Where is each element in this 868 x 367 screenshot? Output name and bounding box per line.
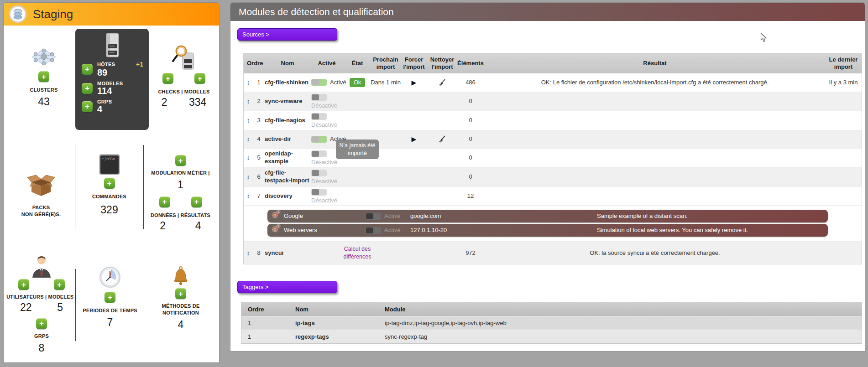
- source-name: cfg-file-nagios: [265, 117, 310, 124]
- add-timeperiod-button[interactable]: [105, 292, 115, 303]
- source-name: cfg-file-shinken: [265, 79, 310, 87]
- tile-notifways: MÉTHODES DE NOTIFICATION 4: [146, 266, 215, 331]
- elements-count: 0: [456, 173, 485, 181]
- screen: Staging CLUSTERS 43: [0, 0, 868, 367]
- elements-count: 0: [456, 98, 485, 105]
- rule-description: Simulation of local web servers. You can…: [597, 227, 748, 233]
- col-nom: Nom: [265, 59, 310, 68]
- toggle-state-label: Désactivé: [311, 197, 337, 205]
- toggle-state-label: Désactivé: [311, 159, 337, 166]
- checks-search-icon: [172, 45, 196, 71]
- donnees-label: DONNÉES | RÉSULTATS: [151, 212, 210, 219]
- rule-toggle[interactable]: [366, 227, 381, 234]
- hosts-row: HÔTES +1 89: [82, 61, 143, 78]
- divider: [75, 145, 75, 229]
- user-groups-label: GRPS: [34, 333, 49, 340]
- page-title: Staging: [33, 7, 73, 21]
- add-host-group-button[interactable]: [82, 101, 93, 112]
- terminal-icon: >_hello: [99, 154, 120, 175]
- next-import: Dans 1 min: [371, 79, 400, 87]
- drag-handle-icon[interactable]: [247, 97, 250, 106]
- timeperiods-label: PÉRIODES DE TEMPS: [83, 307, 137, 314]
- add-command-button[interactable]: [104, 178, 115, 189]
- drag-handle-icon[interactable]: [247, 154, 250, 162]
- enabled-toggle[interactable]: [311, 150, 327, 157]
- mouse-cursor: [760, 33, 767, 42]
- modules-header: Modules de détection et qualification: [230, 3, 865, 21]
- col-nom: Nom: [295, 306, 385, 313]
- tagger-order: 1: [241, 320, 295, 326]
- add-check-button[interactable]: [162, 73, 173, 84]
- add-cluster-button[interactable]: [38, 71, 49, 82]
- taggers-button[interactable]: Taggers >: [237, 281, 337, 293]
- add-user-model-button[interactable]: [54, 279, 65, 290]
- host-groups-row: GRPS 4: [82, 99, 143, 114]
- enabled-toggle[interactable]: [311, 94, 327, 101]
- notifways-label-line1: MÉTHODES DE: [162, 303, 200, 310]
- taggers-table-header: Ordre Nom Module: [241, 302, 862, 316]
- force-import-icon[interactable]: [412, 78, 417, 87]
- source-name: cfg-file-testpack-import: [265, 169, 310, 185]
- gears-icon: [272, 211, 278, 219]
- toggle-state-label: Désactivé: [311, 121, 337, 129]
- notifways-label-line2: NOTIFICATION: [162, 310, 199, 316]
- force-import-icon[interactable]: [412, 135, 417, 144]
- resultats-count: 4: [195, 220, 201, 232]
- enabled-toggle[interactable]: [311, 79, 327, 86]
- enabled-toggle[interactable]: [311, 170, 327, 176]
- commands-count: 329: [100, 204, 118, 216]
- drag-handle-icon[interactable]: [247, 135, 250, 144]
- clean-import-icon[interactable]: [438, 78, 447, 87]
- add-check-model-button[interactable]: [194, 73, 205, 84]
- col-forcer-import: Forcer l'import: [400, 55, 428, 72]
- users-label: UTILISATEURS | MODELES |: [6, 294, 77, 300]
- add-host-model-button[interactable]: [82, 83, 93, 94]
- enabled-toggle[interactable]: [311, 189, 327, 196]
- drag-handle-icon[interactable]: [247, 116, 250, 125]
- add-user-group-button[interactable]: [36, 318, 47, 329]
- enabled-toggle[interactable]: [311, 113, 327, 120]
- staging-panel: Staging CLUSTERS 43: [4, 3, 219, 362]
- table-row: 1 cfg-file-shinken Activé Ok Dans 1 min …: [244, 73, 862, 92]
- add-result-button[interactable]: [191, 196, 202, 207]
- add-notifway-button[interactable]: [175, 288, 186, 299]
- modules-title: Modules de détection et qualification: [239, 6, 394, 17]
- hosts-count: 89: [97, 68, 143, 78]
- drag-handle-icon[interactable]: [247, 173, 250, 181]
- user-groups-count: 8: [39, 342, 45, 354]
- rule-toggle[interactable]: [366, 213, 381, 220]
- col-etat: État: [343, 59, 371, 68]
- col-resultat: Résultat: [485, 59, 825, 68]
- table-row: 1 ip-tags ip-tag-dmz,ip-tag-google,ip-ta…: [241, 316, 862, 330]
- sources-button[interactable]: Sources >: [237, 28, 337, 41]
- diff-computation-link[interactable]: Calcul des différences: [343, 245, 371, 261]
- drag-handle-icon[interactable]: [247, 78, 250, 87]
- drag-handle-icon[interactable]: [247, 192, 250, 201]
- add-user-button[interactable]: [18, 279, 29, 290]
- col-module: Module: [385, 306, 862, 313]
- users-count: 22: [20, 301, 32, 314]
- clean-import-icon[interactable]: [438, 134, 447, 144]
- drag-handle-icon[interactable]: [247, 249, 250, 258]
- notifways-count: 4: [178, 319, 184, 331]
- enabled-toggle[interactable]: [311, 136, 327, 143]
- tile-commands: >_hello COMMANDES 329: [77, 154, 142, 216]
- add-modulation-button[interactable]: [175, 155, 186, 166]
- server-icon: [103, 32, 122, 59]
- rule-target: 127.0.1.10-20: [410, 227, 447, 233]
- discovery-rule-web-servers[interactable]: Web servers Activé 127.0.1.10-20 Simulat…: [267, 224, 828, 237]
- status-badge: Ok: [350, 78, 366, 88]
- col-nettoyer-import: Nettoyer l'import: [428, 55, 456, 72]
- add-host-button[interactable]: [82, 64, 93, 75]
- database-icon: [9, 5, 26, 23]
- add-data-button[interactable]: [159, 196, 170, 207]
- discovery-rule-google[interactable]: Google Activé google.com Sample example …: [267, 210, 828, 222]
- table-row: 7 discovery Désactivé 12: [244, 186, 862, 206]
- clock-icon: [99, 266, 121, 288]
- tagger-module: sync-regexp-tag: [385, 333, 862, 340]
- source-name: active-dir: [265, 135, 310, 143]
- user-icon: [29, 254, 54, 278]
- table-row: 3 cfg-file-nagios Désactivé 0: [244, 111, 862, 130]
- never-imported-tooltip: N'a jamais été importé: [336, 140, 379, 159]
- col-elements: Éléments: [456, 59, 485, 68]
